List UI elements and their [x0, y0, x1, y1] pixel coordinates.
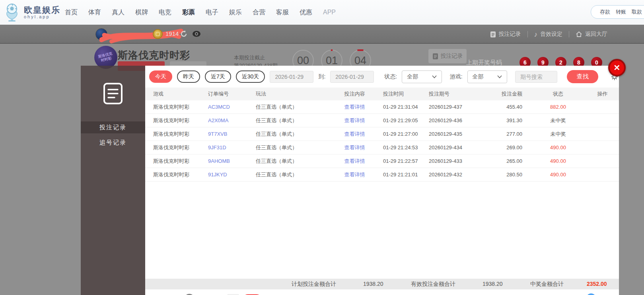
cell-status: 490.00: [522, 145, 594, 150]
refresh-icon[interactable]: [180, 30, 188, 38]
game-label: 游戏:: [450, 73, 463, 80]
view-details-link[interactable]: 查看详情: [326, 158, 383, 165]
logo-subtitle: ohyl.app: [24, 14, 60, 19]
nav-item-app[interactable]: APP: [323, 9, 336, 16]
music-note-icon: ♪: [534, 31, 538, 38]
back-to-lobby-link[interactable]: 返回大厅: [576, 31, 607, 38]
game-select[interactable]: 全部: [467, 70, 507, 83]
table-row: 斯洛伐克时时彩 9T7XVB 任三直选（单式） 查看详情 01-29 21:27…: [145, 127, 619, 141]
table-header: 游戏 订单编号 玩法 投注内容 投注时间 投注期号 投注金额 状态 操作: [145, 88, 619, 100]
view-details-link[interactable]: 查看详情: [326, 104, 383, 111]
status-select-value: 全部: [407, 73, 418, 80]
transfer-button[interactable]: 转账: [616, 8, 626, 16]
filter-bar: 今天 昨天 近7天 近30天 到: 状态: 全部 游戏: 全部 查找: [145, 66, 619, 88]
valid-total-label: 有效投注金额合计: [411, 279, 455, 289]
nav-item-chess[interactable]: 棋牌: [135, 8, 148, 17]
cell-time: 01-29 21:22:57: [383, 158, 429, 164]
bet-record-link[interactable]: 投注记录: [490, 31, 521, 38]
deadline-label: 本期投注截止: [234, 54, 265, 61]
date-to-input[interactable]: [330, 71, 374, 83]
site-logo[interactable]: 欧皇娱乐 ohyl.app: [3, 3, 60, 21]
to-label: 到:: [318, 73, 325, 80]
top-navbar: 欧皇娱乐 ohyl.app 首页 体育 真人 棋牌 电竞 彩票 电子 娱乐 合营…: [0, 0, 644, 25]
decimal-toggle[interactable]: [586, 293, 596, 295]
cell-amount: 455.40: [488, 104, 522, 110]
bet-record-button[interactable]: 投注记录: [428, 49, 467, 63]
cell-period: 20260129-435: [429, 131, 488, 137]
deposit-button[interactable]: 存款: [600, 8, 610, 16]
filter-last7days-button[interactable]: 近7天: [205, 70, 231, 83]
cell-period: 20260129-436: [429, 117, 488, 123]
main-nav: 首页 体育 真人 棋牌 电竞 彩票 电子 娱乐 合营 客服 优惠 APP: [65, 0, 336, 25]
totals-bar: 计划投注金额合计 1938.20 有效投注金额合计 1938.20 中奖金额合计…: [145, 279, 619, 289]
user-bar: 1914 投注记录 ♪ 音效设定 返回大厅: [0, 25, 644, 44]
cell-amount: 280.50: [488, 172, 522, 178]
win-total-label: 中奖金额合计: [530, 279, 564, 289]
cell-period: 20260129-433: [429, 158, 488, 164]
view-details-link[interactable]: 查看详情: [326, 171, 383, 178]
order-link[interactable]: AC3MCD: [208, 104, 256, 110]
col-play: 玩法: [256, 90, 326, 98]
order-link[interactable]: 9AHOMB: [208, 158, 256, 164]
nav-item-promo[interactable]: 优惠: [300, 8, 312, 17]
game-badge-text: 斯洛伐克时时彩: [97, 51, 115, 63]
home-icon: [576, 31, 582, 37]
nav-item-entertainment[interactable]: 娱乐: [229, 8, 242, 17]
cell-play: 任三直选（单式）: [256, 171, 326, 178]
cell-period: 20260129-434: [429, 145, 488, 150]
date-from-input[interactable]: [270, 71, 313, 83]
cell-period: 20260129-432: [429, 172, 488, 178]
table-body: 斯洛伐克时时彩 AC3MCD 任三直选（单式） 查看详情 01-29 21:31…: [145, 100, 619, 182]
sound-settings-link[interactable]: ♪ 音效设定: [534, 31, 563, 38]
col-content: 投注内容: [326, 90, 383, 98]
table-row: 斯洛伐克时时彩 9JF31D 任三直选（单式） 查看详情 01-29 21:24…: [145, 141, 619, 154]
bet-record-label: 投注记录: [499, 31, 521, 38]
nav-item-sports[interactable]: 体育: [88, 8, 101, 17]
status-select[interactable]: 全部: [402, 70, 442, 83]
cell-time: 01-29 21:21:01: [383, 172, 429, 178]
eye-icon[interactable]: [192, 30, 201, 37]
cell-game: 斯洛伐克时时彩: [153, 158, 208, 165]
cell-amount: 277.00: [488, 131, 522, 137]
search-button[interactable]: 查找: [567, 70, 598, 83]
order-link[interactable]: 91JKYD: [208, 172, 256, 178]
cell-period: 20260129-437: [429, 104, 488, 110]
cell-amount: 391.30: [488, 117, 522, 123]
balance-amount: 1914: [165, 30, 179, 37]
period-search-input[interactable]: [515, 71, 557, 83]
document-icon: [432, 53, 438, 60]
view-details-link[interactable]: 查看详情: [326, 144, 383, 151]
win-total-value: 2352.00: [587, 279, 607, 289]
valid-total-value: 1938.20: [483, 279, 503, 289]
table-row: 斯洛伐克时时彩 9AHOMB 任三直选（单式） 查看详情 01-29 21:22…: [145, 154, 619, 168]
filter-today-button[interactable]: 今天: [149, 70, 172, 83]
nav-item-partnership[interactable]: 合营: [253, 8, 265, 17]
divider: [569, 31, 569, 37]
sidebar-item-bet-records[interactable]: 投注记录: [81, 121, 145, 133]
pagination-bar: « ‹ 1 › » 小数点: [145, 289, 619, 295]
nav-item-esports[interactable]: 电竞: [159, 8, 171, 17]
filter-last30days-button[interactable]: 近30天: [236, 70, 265, 83]
trophy-logo-icon: [3, 3, 21, 21]
sound-settings-label: 音效设定: [540, 31, 562, 38]
order-link[interactable]: 9JF31D: [208, 145, 256, 150]
cell-game: 斯洛伐克时时彩: [153, 104, 208, 111]
view-details-link[interactable]: 查看详情: [326, 117, 383, 124]
sidebar-item-chase-records[interactable]: 追号记录: [81, 137, 145, 148]
countdown-progress-arc: [357, 49, 364, 51]
userbar-links: 投注记录 ♪ 音效设定 返回大厅: [490, 25, 608, 44]
close-modal-button[interactable]: ✕: [608, 59, 626, 76]
withdraw-button[interactable]: 取款: [632, 8, 642, 16]
nav-item-lottery[interactable]: 彩票: [182, 8, 195, 17]
nav-item-slots[interactable]: 电子: [206, 8, 218, 17]
nav-item-live[interactable]: 真人: [112, 8, 125, 17]
view-details-link[interactable]: 查看详情: [326, 131, 383, 138]
chevron-down-icon: [497, 75, 502, 78]
order-link[interactable]: 9T7XVB: [208, 131, 256, 137]
nav-item-service[interactable]: 客服: [276, 8, 289, 17]
chevron-down-icon: [432, 75, 437, 78]
nav-item-home[interactable]: 首页: [65, 8, 78, 17]
order-link[interactable]: A2X0MA: [208, 117, 256, 123]
col-order: 订单编号: [208, 90, 256, 98]
filter-yesterday-button[interactable]: 昨天: [177, 70, 200, 83]
